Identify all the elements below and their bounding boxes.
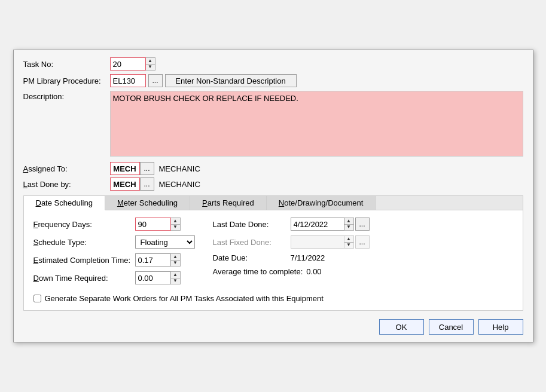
schedule-type-label: Schedule Type: — [33, 238, 135, 247]
assigned-to-code-button[interactable]: MECH — [110, 162, 140, 175]
schedule-type-row: Schedule Type: Floating Fixed Calendar — [33, 235, 213, 249]
description-label: Description: — [23, 91, 110, 101]
frequency-days-label: Frequency Days: — [33, 220, 135, 229]
last-date-done-down-arrow[interactable]: ▼ — [344, 225, 353, 231]
last-done-by-code-button[interactable]: MECH — [110, 177, 140, 191]
last-done-by-row: Last Done by: MECH ... MECHANIC — [23, 177, 523, 191]
task-no-spinner-buttons[interactable]: ▲ ▼ — [146, 57, 155, 71]
tab-section: Date Scheduling Meter Scheduling Parts R… — [23, 195, 523, 311]
tab-bar: Date Scheduling Meter Scheduling Parts R… — [24, 196, 523, 210]
frequency-days-down-arrow[interactable]: ▼ — [171, 225, 180, 231]
task-no-down-arrow[interactable]: ▼ — [146, 65, 155, 71]
est-completion-down-arrow[interactable]: ▼ — [171, 261, 180, 267]
pm-library-input[interactable] — [110, 74, 146, 87]
avg-time-value: 0.00 — [306, 267, 321, 276]
pm-proc-controls: ... Enter Non-Standard Description — [110, 74, 297, 87]
date-scheduling-layout: Frequency Days: ▲ ▼ Schedule Type: — [33, 218, 513, 289]
est-completion-up-arrow[interactable]: ▲ — [171, 254, 180, 261]
frequency-days-up-arrow[interactable]: ▲ — [171, 218, 180, 225]
ok-button[interactable]: OK — [379, 319, 424, 335]
last-fixed-done-row: Last Fixed Done: ▲ ▼ ... — [213, 235, 513, 249]
task-no-label: Task No: — [23, 60, 110, 69]
est-completion-input[interactable] — [135, 253, 171, 267]
last-fixed-done-up-arrow[interactable]: ▲ — [344, 236, 353, 243]
task-no-row: Task No: ▲ ▼ — [23, 57, 523, 71]
dialog: Task No: ▲ ▼ PM Library Procedure: ... E… — [13, 50, 533, 342]
est-completion-spinner[interactable]: ▲ ▼ — [135, 253, 181, 267]
checkbox-label: Generate Separate Work Orders for All PM… — [45, 294, 324, 303]
last-date-done-label: Last Date Done: — [213, 220, 291, 229]
down-time-label: Down Time Required: — [33, 274, 135, 283]
est-completion-label: Estimated Completion Time: — [33, 256, 135, 265]
down-time-row: Down Time Required: ▲ ▼ — [33, 271, 213, 284]
last-date-done-dots-button[interactable]: ... — [355, 218, 370, 231]
last-date-done-row: Last Date Done: ▲ ▼ ... — [213, 218, 513, 231]
date-right-col: Last Date Done: ▲ ▼ ... Last Fixed Done — [213, 218, 513, 289]
cancel-button[interactable]: Cancel — [429, 319, 474, 335]
pm-library-row: PM Library Procedure: ... Enter Non-Stan… — [23, 74, 523, 87]
est-completion-spinner-buttons[interactable]: ▲ ▼ — [171, 253, 181, 267]
last-date-done-up-arrow[interactable]: ▲ — [344, 218, 353, 225]
generate-separate-wo-checkbox[interactable] — [33, 295, 41, 302]
last-done-by-label: Last Done by: — [23, 180, 110, 189]
task-no-spinner[interactable]: ▲ ▼ — [110, 57, 155, 71]
schedule-type-select[interactable]: Floating Fixed Calendar — [135, 235, 195, 249]
frequency-days-spinner-buttons[interactable]: ▲ ▼ — [171, 218, 181, 231]
date-due-value: 7/11/2022 — [291, 253, 325, 262]
last-fixed-done-input[interactable] — [291, 235, 344, 249]
last-date-done-input[interactable] — [291, 218, 344, 231]
frequency-days-spinner[interactable]: ▲ ▼ — [135, 218, 181, 231]
down-time-spinner-buttons[interactable]: ▲ ▼ — [171, 271, 181, 284]
tab-parts-required[interactable]: Parts Required — [190, 196, 267, 210]
assigned-to-label: Assigned To: — [23, 164, 110, 173]
down-time-input[interactable] — [135, 271, 171, 284]
tab-meter-scheduling[interactable]: Meter Scheduling — [105, 196, 190, 210]
down-time-spinner[interactable]: ▲ ▼ — [135, 271, 181, 284]
down-time-down-arrow[interactable]: ▼ — [171, 278, 180, 284]
last-fixed-done-spinner-buttons[interactable]: ▲ ▼ — [344, 235, 354, 249]
last-date-done-spinner[interactable]: ▲ ▼ — [291, 218, 354, 231]
date-due-row: Date Due: 7/11/2022 — [213, 253, 513, 262]
last-fixed-done-label: Last Fixed Done: — [213, 238, 291, 247]
checkbox-row: Generate Separate Work Orders for All PM… — [33, 294, 513, 303]
last-fixed-done-spinner[interactable]: ▲ ▼ — [291, 235, 354, 249]
tab-date-scheduling[interactable]: Date Scheduling — [24, 196, 105, 210]
last-done-by-name: MECHANIC — [159, 180, 200, 189]
task-no-up-arrow[interactable]: ▲ — [146, 58, 155, 65]
assigned-to-dots-button[interactable]: ... — [140, 162, 154, 175]
last-done-by-dots-button[interactable]: ... — [140, 177, 154, 191]
date-due-label: Date Due: — [213, 253, 291, 262]
tab-note-drawing-document[interactable]: Note/Drawing/Document — [267, 196, 376, 210]
frequency-days-row: Frequency Days: ▲ ▼ — [33, 218, 213, 231]
button-bar: OK Cancel Help — [23, 319, 523, 335]
tab-date-content: Frequency Days: ▲ ▼ Schedule Type: — [24, 210, 523, 310]
last-date-done-spinner-buttons[interactable]: ▲ ▼ — [344, 218, 354, 231]
avg-time-label: Average time to complete: — [213, 267, 303, 276]
last-fixed-done-dots-button[interactable]: ... — [355, 235, 370, 249]
frequency-days-input[interactable] — [135, 218, 171, 231]
avg-time-row: Average time to complete: 0.00 — [213, 267, 513, 276]
help-button[interactable]: Help — [478, 319, 523, 335]
non-standard-button[interactable]: Enter Non-Standard Description — [165, 74, 297, 87]
description-textarea[interactable]: MOTOR BRUSH CHECK OR REPLACE IF NEEDED. — [110, 91, 523, 157]
description-row: Description: MOTOR BRUSH CHECK OR REPLAC… — [23, 91, 523, 158]
pm-library-dots-button[interactable]: ... — [148, 74, 163, 87]
assigned-to-row: Assigned To: MECH ... MECHANIC — [23, 162, 523, 175]
est-completion-row: Estimated Completion Time: ▲ ▼ — [33, 253, 213, 267]
assigned-to-name: MECHANIC — [159, 164, 200, 173]
task-no-input[interactable] — [110, 57, 146, 71]
last-fixed-done-down-arrow[interactable]: ▼ — [344, 243, 353, 249]
date-left-col: Frequency Days: ▲ ▼ Schedule Type: — [33, 218, 213, 289]
down-time-up-arrow[interactable]: ▲ — [171, 272, 180, 278]
pm-library-label: PM Library Procedure: — [23, 76, 110, 85]
